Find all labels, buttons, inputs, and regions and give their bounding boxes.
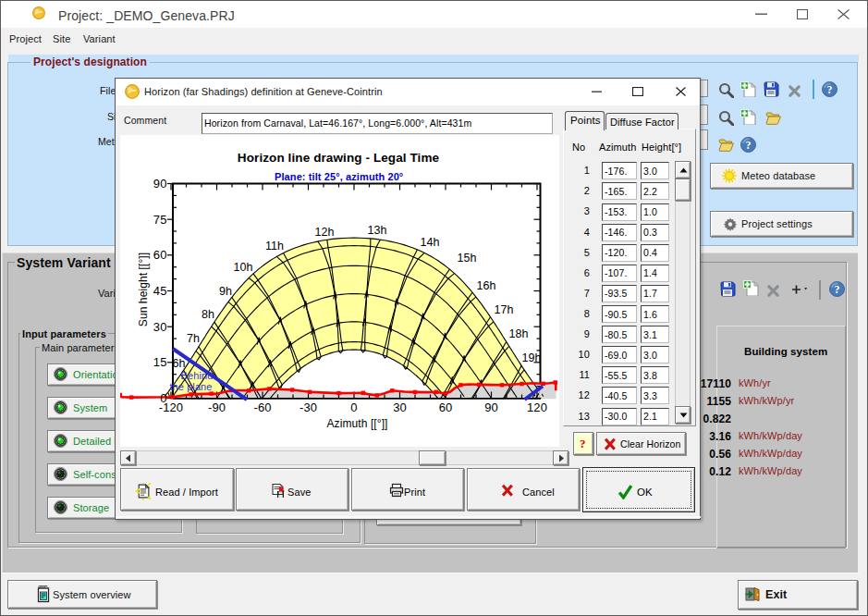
svg-text:15h: 15h (457, 252, 476, 265)
svg-text:11h: 11h (265, 240, 284, 253)
svg-text:60: 60 (153, 248, 167, 262)
svg-text:13h: 13h (367, 224, 386, 237)
svg-text:7h: 7h (187, 332, 200, 345)
svg-text:0: 0 (350, 400, 357, 414)
svg-text:12h: 12h (314, 226, 334, 239)
svg-text:90: 90 (484, 400, 498, 414)
svg-text:?: ? (745, 139, 751, 152)
svg-text:8h: 8h (202, 308, 214, 321)
svg-text:120: 120 (527, 400, 547, 414)
svg-text:Horizon line drawing - Legal T: Horizon line drawing - Legal Time (238, 151, 440, 165)
svg-text:the plane: the plane (169, 381, 212, 392)
svg-text:16h: 16h (476, 279, 495, 292)
svg-text:-90: -90 (208, 400, 226, 414)
svg-text:30: 30 (153, 320, 167, 334)
svg-text:19h: 19h (521, 351, 541, 364)
svg-text:10h: 10h (233, 261, 252, 274)
svg-text:30: 30 (393, 400, 407, 414)
svg-text:15: 15 (153, 355, 167, 369)
svg-text:Azimuth [[°]]: Azimuth [[°]] (326, 417, 387, 430)
svg-text:60: 60 (439, 400, 453, 414)
svg-text:6h: 6h (172, 357, 185, 370)
svg-text:17h: 17h (494, 303, 513, 316)
svg-text:-120: -120 (159, 400, 183, 414)
svg-text:14h: 14h (420, 236, 439, 249)
svg-text:Plane: tilt 25°, azimuth 20°: Plane: tilt 25°, azimuth 20° (275, 171, 403, 182)
svg-text:Sun height [[°]]: Sun height [[°]] (137, 253, 150, 326)
svg-text:9h: 9h (219, 285, 232, 298)
svg-text:-60: -60 (253, 400, 271, 414)
svg-text:45: 45 (153, 284, 167, 298)
svg-text:90: 90 (153, 177, 167, 191)
svg-text:?: ? (834, 283, 839, 296)
svg-text:?: ? (826, 83, 832, 96)
svg-text:-30: -30 (300, 400, 317, 414)
svg-text:Behind: Behind (181, 370, 214, 381)
svg-text:75: 75 (153, 213, 167, 227)
svg-text:18h: 18h (508, 327, 528, 340)
